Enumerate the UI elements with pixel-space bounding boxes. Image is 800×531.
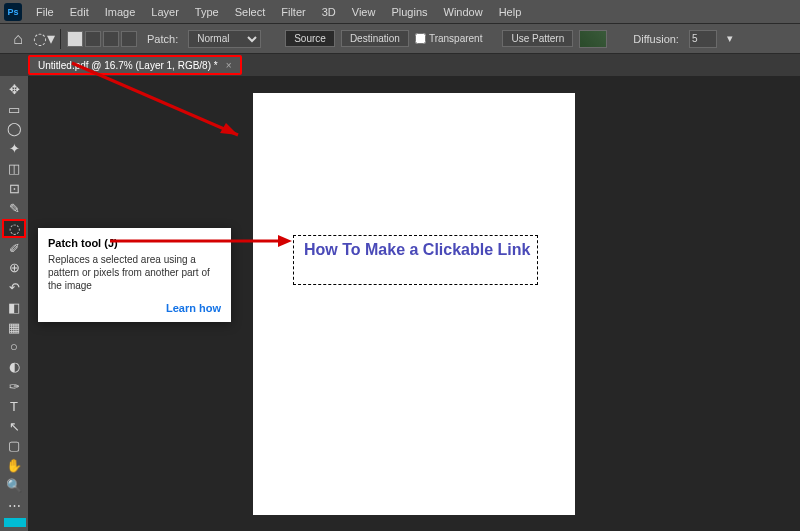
tool-path[interactable]: ↖	[2, 417, 26, 436]
tooltip-title: Patch tool (J)	[48, 237, 221, 249]
menu-help[interactable]: Help	[491, 6, 530, 18]
tool-brush[interactable]: ✐	[2, 239, 26, 258]
menu-view[interactable]: View	[344, 6, 384, 18]
source-button[interactable]: Source	[285, 30, 335, 47]
tool-history[interactable]: ↶	[2, 278, 26, 297]
toolbox: ✥▭◯✦◫⊡✎◌✐⊕↶◧▦○◐✑T↖▢✋🔍⋯	[0, 76, 28, 531]
home-icon[interactable]: ⌂	[8, 29, 28, 49]
app-logo: Ps	[4, 3, 22, 21]
tool-dodge[interactable]: ◐	[2, 357, 26, 376]
marquee-selection[interactable]: How To Make a Clickable Link	[293, 235, 538, 285]
tool-marquee[interactable]: ▭	[2, 100, 26, 119]
tooltip-description: Replaces a selected area using a pattern…	[48, 253, 221, 292]
foreground-color-swatch[interactable]	[4, 518, 26, 527]
tool-frame[interactable]: ⊡	[2, 179, 26, 198]
menu-layer[interactable]: Layer	[143, 6, 187, 18]
tool-zoom[interactable]: 🔍	[2, 476, 26, 495]
tool-pen[interactable]: ✑	[2, 377, 26, 396]
tool-eraser[interactable]: ◧	[2, 298, 26, 317]
tool-crop[interactable]: ◫	[2, 159, 26, 178]
destination-button[interactable]: Destination	[341, 30, 409, 47]
transparent-input[interactable]	[415, 33, 426, 44]
tool-clone[interactable]: ⊕	[2, 258, 26, 277]
document-tab-bar: Untitled.pdf @ 16.7% (Layer 1, RGB/8) * …	[0, 54, 800, 76]
close-icon[interactable]: ×	[226, 60, 232, 71]
menu-filter[interactable]: Filter	[273, 6, 313, 18]
tool-tooltip: Patch tool (J) Replaces a selected area …	[38, 228, 231, 322]
tool-type[interactable]: T	[2, 397, 26, 416]
menu-type[interactable]: Type	[187, 6, 227, 18]
menu-file[interactable]: File	[28, 6, 62, 18]
intersect-selection-icon[interactable]	[121, 31, 137, 47]
menu-edit[interactable]: Edit	[62, 6, 97, 18]
tool-blur[interactable]: ○	[2, 338, 26, 357]
tool-move[interactable]: ✥	[2, 80, 26, 99]
tool-patch[interactable]: ◌	[2, 219, 26, 238]
new-selection-icon[interactable]	[67, 31, 83, 47]
tool-gradient[interactable]: ▦	[2, 318, 26, 337]
tool-preset-icon[interactable]: ◌▾	[34, 29, 54, 49]
canvas-text: How To Make a Clickable Link	[304, 240, 531, 261]
document-tab[interactable]: Untitled.pdf @ 16.7% (Layer 1, RGB/8) * …	[28, 55, 242, 75]
tool-shape[interactable]: ▢	[2, 437, 26, 456]
patch-mode-select[interactable]: Normal	[188, 30, 261, 48]
add-selection-icon[interactable]	[85, 31, 101, 47]
menu-select[interactable]: Select	[227, 6, 274, 18]
menu-window[interactable]: Window	[436, 6, 491, 18]
menu-3d[interactable]: 3D	[314, 6, 344, 18]
tool-hand[interactable]: ✋	[2, 456, 26, 475]
use-pattern-button[interactable]: Use Pattern	[502, 30, 573, 47]
pattern-swatch[interactable]	[579, 30, 607, 48]
learn-how-link[interactable]: Learn how	[48, 302, 221, 314]
patch-label: Patch:	[147, 33, 178, 45]
transparent-checkbox[interactable]: Transparent	[415, 33, 483, 44]
tool-eyedropper[interactable]: ✎	[2, 199, 26, 218]
diffusion-label: Diffusion:	[633, 33, 679, 45]
selection-mode-group	[67, 31, 137, 47]
diffusion-dropdown-icon[interactable]: ▾	[727, 32, 733, 45]
tool-more[interactable]: ⋯	[2, 496, 26, 515]
menu-plugins[interactable]: Plugins	[383, 6, 435, 18]
tool-lasso[interactable]: ◯	[2, 120, 26, 139]
menu-bar: Ps File Edit Image Layer Type Select Fil…	[0, 0, 800, 24]
canvas-page[interactable]: How To Make a Clickable Link	[253, 93, 575, 515]
options-bar: ⌂ ◌▾ Patch: Normal Source Destination Tr…	[0, 24, 800, 54]
tool-wand[interactable]: ✦	[2, 139, 26, 158]
diffusion-input[interactable]	[689, 30, 717, 48]
document-tab-title: Untitled.pdf @ 16.7% (Layer 1, RGB/8) *	[38, 60, 218, 71]
subtract-selection-icon[interactable]	[103, 31, 119, 47]
menu-image[interactable]: Image	[97, 6, 144, 18]
